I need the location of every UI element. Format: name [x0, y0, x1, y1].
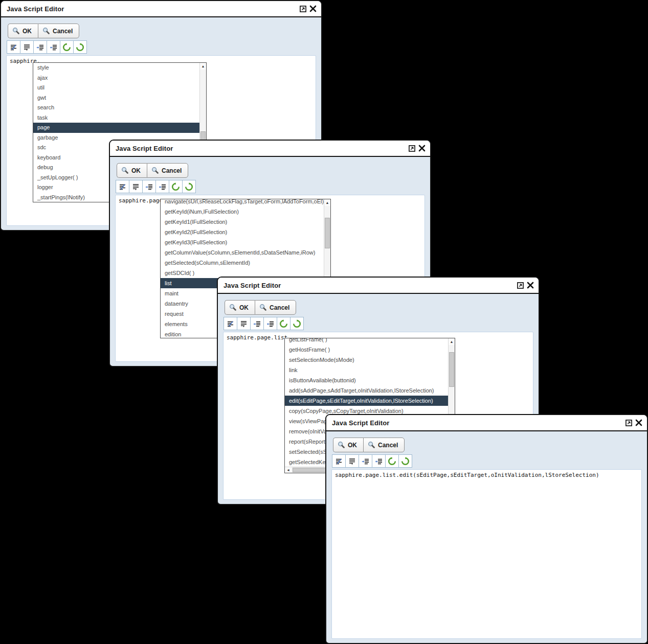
ok-button-label: OK	[348, 442, 357, 449]
autocomplete-item[interactable]: getColumnValue(sColumn,sElementId,sDataS…	[161, 247, 324, 258]
cancel-button[interactable]: Cancel	[255, 300, 296, 315]
redo-icon[interactable]	[399, 455, 412, 467]
dialog-titlebar[interactable]: Java Script Editor	[218, 278, 539, 294]
cancel-button[interactable]: Cancel	[363, 438, 405, 452]
close-icon[interactable]	[527, 282, 534, 289]
autocomplete-item[interactable]: getSelected(sColumn,sElementId)	[161, 258, 324, 268]
indent-increase-icon[interactable]	[156, 180, 169, 193]
ok-button[interactable]: OK	[333, 438, 363, 452]
autocomplete-item[interactable]: getKeyId(iNum,lFullSelection)	[161, 206, 324, 217]
cancel-button-label: Cancel	[162, 167, 182, 174]
magnifier-icon	[151, 167, 159, 174]
scroll-up-icon[interactable]: ▲	[449, 338, 455, 345]
magnifier-icon	[229, 304, 237, 311]
autocomplete-item[interactable]: getListFrame( )	[285, 338, 448, 344]
magnifier-icon	[42, 27, 50, 35]
editor-toolbar	[7, 40, 87, 54]
cancel-button-label: Cancel	[378, 442, 398, 449]
dialog-titlebar[interactable]: Java Script Editor	[326, 415, 647, 431]
autocomplete-item[interactable]: link	[285, 365, 448, 375]
align-justify-icon[interactable]	[237, 317, 251, 330]
dialog-titlebar[interactable]: Java Script Editor	[110, 141, 430, 157]
scroll-thumb[interactable]	[325, 218, 330, 248]
button-row: OK Cancel	[117, 163, 430, 178]
undo-icon[interactable]	[386, 455, 399, 467]
autocomplete-item[interactable]: setSelectionMode(sMode)	[285, 355, 448, 365]
align-justify-icon[interactable]	[346, 455, 359, 467]
close-icon[interactable]	[418, 145, 426, 152]
indent-decrease-icon[interactable]	[359, 455, 372, 467]
magnifier-icon	[259, 304, 267, 311]
autocomplete-item[interactable]: getHostFrame( )	[285, 344, 448, 355]
indent-decrease-icon[interactable]	[251, 317, 264, 330]
js-editor-dialog-4: Java Script Editor OK Cancel sapphire.pa…	[325, 414, 648, 644]
popout-icon[interactable]	[517, 282, 524, 289]
ok-button-label: OK	[131, 167, 141, 174]
dialog-title: Java Script Editor	[332, 419, 625, 427]
dialog-titlebar[interactable]: Java Script Editor	[1, 1, 321, 17]
undo-icon[interactable]	[60, 41, 74, 53]
scroll-left-icon[interactable]: ◄	[285, 467, 292, 473]
indent-increase-icon[interactable]	[47, 41, 60, 53]
ok-button-label: OK	[23, 28, 32, 35]
dialog-title: Java Script Editor	[7, 5, 300, 13]
popout-icon[interactable]	[625, 420, 632, 426]
autocomplete-item[interactable]: style	[33, 63, 199, 73]
autocomplete-item[interactable]: add(sAddPage,sAddTarget,oInitValidation,…	[285, 385, 448, 396]
cancel-button-label: Cancel	[53, 28, 73, 35]
autocomplete-item[interactable]: task	[33, 113, 199, 123]
button-row: OK Cancel	[225, 300, 539, 315]
magnifier-icon	[12, 27, 20, 35]
autocomplete-item[interactable]: search	[33, 103, 199, 113]
indent-decrease-icon[interactable]	[143, 180, 156, 193]
cancel-button-label: Cancel	[270, 304, 289, 311]
indent-increase-icon[interactable]	[372, 455, 386, 467]
ok-button[interactable]: OK	[8, 24, 38, 38]
autocomplete-item[interactable]: navigate(sUrl,sRleaseLockFlag,sTarget,oF…	[161, 199, 324, 206]
close-icon[interactable]	[635, 419, 642, 426]
indent-increase-icon[interactable]	[264, 317, 277, 330]
code-editor[interactable]: sapphire.page.list.edit(sEditPage,sEditT…	[331, 469, 642, 639]
undo-icon[interactable]	[277, 317, 291, 330]
magnifier-icon	[121, 167, 129, 174]
autocomplete-item[interactable]: gwt	[33, 93, 199, 103]
popout-icon[interactable]	[409, 145, 415, 152]
scroll-thumb[interactable]	[449, 352, 454, 387]
autocomplete-item[interactable]: isButtonAvailable(buttonid)	[285, 375, 448, 385]
align-justify-icon[interactable]	[129, 180, 143, 193]
editor-toolbar	[116, 180, 196, 193]
button-row: OK Cancel	[333, 438, 647, 452]
dialog-title: Java Script Editor	[224, 282, 517, 289]
autocomplete-item[interactable]: getKeyId2(lFullSelection)	[161, 227, 324, 237]
autocomplete-item[interactable]: util	[33, 83, 199, 93]
magnifier-icon	[338, 441, 345, 449]
redo-icon[interactable]	[183, 180, 195, 193]
button-row: OK Cancel	[8, 24, 321, 38]
ok-button[interactable]: OK	[225, 300, 255, 315]
scroll-up-icon[interactable]: ▲	[324, 199, 330, 206]
autocomplete-item[interactable]: ajax	[33, 73, 199, 83]
autocomplete-item[interactable]: edit(sEditPage,sEditTarget,oInitValidati…	[285, 396, 448, 406]
align-justify-icon[interactable]	[20, 41, 34, 53]
format-pencil-icon[interactable]	[224, 317, 237, 330]
undo-icon[interactable]	[169, 180, 183, 193]
indent-decrease-icon[interactable]	[34, 41, 47, 53]
autocomplete-item[interactable]: page	[33, 123, 199, 133]
popout-icon[interactable]	[300, 6, 306, 12]
format-pencil-icon[interactable]	[332, 455, 346, 467]
format-pencil-icon[interactable]	[116, 180, 129, 193]
redo-icon[interactable]	[291, 317, 303, 330]
ok-button-label: OK	[239, 304, 249, 311]
cancel-button[interactable]: Cancel	[38, 24, 79, 38]
format-pencil-icon[interactable]	[7, 41, 20, 53]
editor-toolbar	[332, 454, 412, 468]
scroll-up-icon[interactable]: ▲	[200, 63, 206, 70]
autocomplete-item[interactable]: getKeyId1(lFullSelection)	[161, 217, 324, 227]
editor-toolbar	[224, 317, 304, 330]
ok-button[interactable]: OK	[117, 163, 147, 178]
autocomplete-item[interactable]: getKeyId3(lFullSelection)	[161, 237, 324, 247]
cancel-button[interactable]: Cancel	[147, 163, 188, 178]
close-icon[interactable]	[309, 5, 317, 12]
redo-icon[interactable]	[74, 41, 86, 53]
magnifier-icon	[368, 441, 375, 449]
